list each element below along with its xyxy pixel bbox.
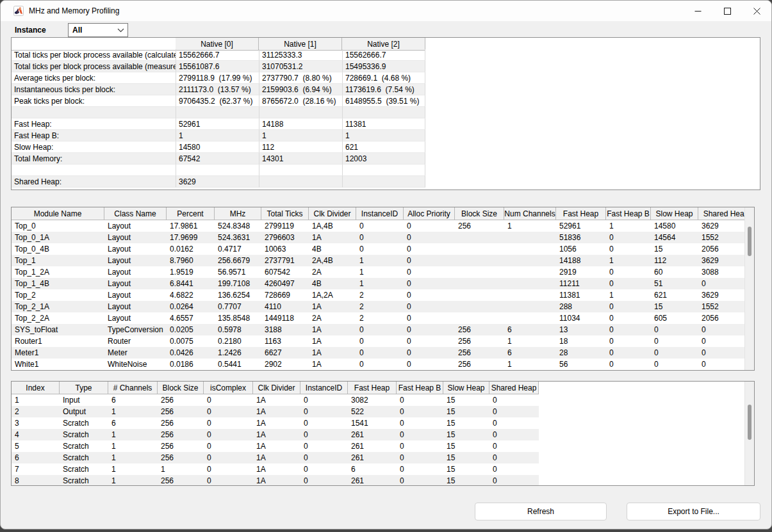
summary-row-label[interactable] xyxy=(12,107,176,118)
cell[interactable]: 524.8348 xyxy=(215,220,261,232)
cell[interactable] xyxy=(504,266,556,278)
cell[interactable]: 0 xyxy=(489,452,539,463)
cell[interactable]: 4260497 xyxy=(261,278,309,289)
summary-row-label[interactable]: Peak ticks per block: xyxy=(12,95,176,107)
cell[interactable]: 2796603 xyxy=(261,232,309,243)
column-header[interactable]: Block Size xyxy=(455,207,504,220)
cell[interactable]: 0.2180 xyxy=(215,335,261,347)
cell[interactable]: 2799119 xyxy=(261,220,309,232)
cell[interactable]: 4 xyxy=(12,429,60,440)
refresh-button[interactable]: Refresh xyxy=(475,503,607,520)
cell[interactable]: 0.0075 xyxy=(167,335,215,347)
cell[interactable]: 14188 xyxy=(556,255,606,266)
cell[interactable]: 0 xyxy=(404,335,455,347)
cell[interactable] xyxy=(504,289,556,301)
cell[interactable]: 1A,4B xyxy=(309,220,356,232)
cell[interactable]: 4B xyxy=(309,243,356,255)
cell[interactable]: 607542 xyxy=(261,266,309,278)
cell[interactable]: Layout xyxy=(104,255,167,266)
cell[interactable]: 0 xyxy=(356,324,404,335)
cell[interactable]: 1A xyxy=(309,347,356,359)
cell[interactable]: 288 xyxy=(556,301,606,312)
cell[interactable]: 11211 xyxy=(556,278,606,289)
cell[interactable]: 524.3631 xyxy=(215,232,261,243)
cell[interactable]: 256 xyxy=(455,359,504,370)
cell[interactable]: Top_2_2A xyxy=(12,312,104,324)
cell[interactable]: 0 xyxy=(489,394,539,406)
cell[interactable]: Layout xyxy=(104,301,167,312)
cell[interactable]: 6627 xyxy=(261,347,309,359)
cell[interactable]: 256 xyxy=(158,475,204,486)
cell[interactable]: 7 xyxy=(12,463,60,475)
cell[interactable]: 2 xyxy=(356,289,404,301)
cell[interactable]: 256 xyxy=(455,220,504,232)
cell[interactable]: 0.5441 xyxy=(215,359,261,370)
cell[interactable]: 1 xyxy=(606,220,651,232)
cell[interactable]: 0 xyxy=(404,359,455,370)
column-header[interactable]: Native [2] xyxy=(342,38,425,51)
cell[interactable]: 1 xyxy=(158,463,204,475)
cell[interactable]: 1541 xyxy=(348,417,397,429)
cell[interactable]: 11034 xyxy=(556,312,606,324)
cell[interactable]: 56 xyxy=(556,359,606,370)
cell[interactable]: 1 xyxy=(356,278,404,289)
cell[interactable]: 1A,2A xyxy=(309,289,356,301)
summary-cell[interactable]: 2737790.7 (8.80 %) xyxy=(259,72,342,84)
cell[interactable]: 0 xyxy=(606,232,651,243)
minimize-button[interactable] xyxy=(683,1,712,21)
cell[interactable]: 0.5978 xyxy=(215,324,261,335)
cell[interactable]: 2A,4B xyxy=(309,255,356,266)
column-header[interactable]: InstanceID xyxy=(356,207,404,220)
cell[interactable]: 1.2426 xyxy=(215,347,261,359)
cell[interactable]: Top_0_1A xyxy=(12,232,104,243)
cell[interactable]: 3082 xyxy=(348,394,397,406)
cell[interactable]: 0.0205 xyxy=(167,324,215,335)
cell[interactable] xyxy=(504,278,556,289)
cell[interactable] xyxy=(455,232,504,243)
cell[interactable]: Scratch xyxy=(60,475,108,486)
cell[interactable]: 18 xyxy=(556,335,606,347)
cell[interactable]: 60 xyxy=(651,266,698,278)
cell[interactable]: 1A xyxy=(253,463,300,475)
column-header[interactable]: Fast Heap xyxy=(556,207,606,220)
cell[interactable]: 256 xyxy=(158,394,204,406)
cell[interactable]: 1A xyxy=(253,394,300,406)
cell[interactable]: 56.9571 xyxy=(215,266,261,278)
cell[interactable]: 0 xyxy=(300,394,348,406)
summary-cell[interactable]: 31070531.2 xyxy=(259,61,342,72)
cell[interactable]: 0 xyxy=(300,440,348,452)
cell[interactable]: 0 xyxy=(404,255,455,266)
cell[interactable]: 0 xyxy=(606,266,651,278)
cell[interactable]: Scratch xyxy=(60,429,108,440)
cell[interactable]: 1 xyxy=(108,475,158,486)
cell[interactable]: 0 xyxy=(356,220,404,232)
cell[interactable]: 0 xyxy=(606,278,651,289)
cell[interactable]: SYS_toFloat xyxy=(12,324,104,335)
cell[interactable]: 261 xyxy=(348,452,397,463)
cell[interactable]: Input xyxy=(60,394,108,406)
cell[interactable]: 1 xyxy=(108,452,158,463)
cell[interactable]: 0 xyxy=(204,475,253,486)
cell[interactable]: 4.6557 xyxy=(167,312,215,324)
cell[interactable]: 28 xyxy=(556,347,606,359)
cell[interactable]: 0 xyxy=(651,359,698,370)
cell[interactable]: 1 xyxy=(108,429,158,440)
cell[interactable]: 0 xyxy=(606,335,651,347)
cell[interactable]: 256 xyxy=(158,452,204,463)
cell[interactable] xyxy=(455,278,504,289)
column-header[interactable]: isComplex xyxy=(204,382,253,394)
cell[interactable]: 6.8441 xyxy=(167,278,215,289)
cell[interactable]: 2 xyxy=(356,301,404,312)
column-header[interactable]: Num Channels xyxy=(504,207,556,220)
summary-cell[interactable]: 6148955.5 (39.51 %) xyxy=(342,95,425,107)
column-header[interactable]: Percent xyxy=(167,207,215,220)
cell[interactable]: Scratch xyxy=(60,417,108,429)
cell[interactable]: 0 xyxy=(356,347,404,359)
column-header[interactable]: Module Name xyxy=(12,207,104,220)
cell[interactable]: 0 xyxy=(404,266,455,278)
cell[interactable]: 1 xyxy=(356,266,404,278)
cell[interactable]: 1A xyxy=(253,417,300,429)
cell[interactable]: Layout xyxy=(104,278,167,289)
cell[interactable]: 256 xyxy=(455,324,504,335)
cell[interactable]: 1A xyxy=(309,359,356,370)
